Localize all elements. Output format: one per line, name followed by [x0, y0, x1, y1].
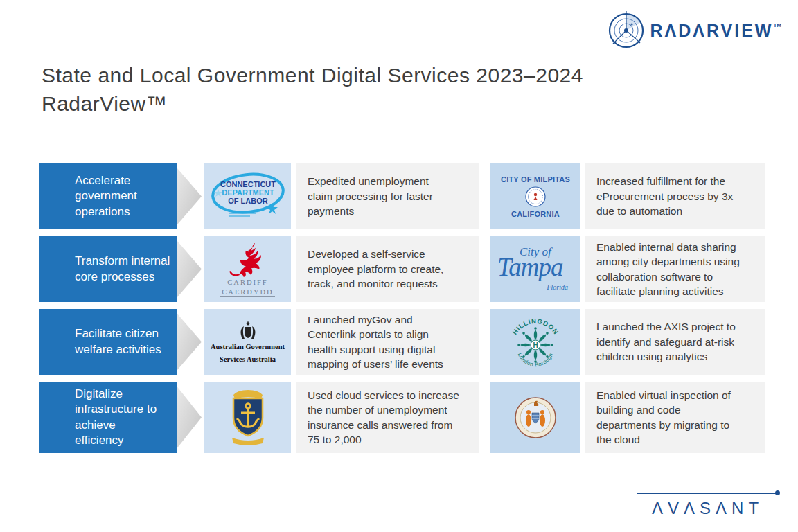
radarview-text: RΛDΛRVIEW — [650, 21, 773, 40]
category-box-accelerate: Accelerate government operations — [39, 163, 177, 229]
services-australia-logo: Australian Government Services Australia — [207, 321, 289, 363]
radarview-tm: TM — [773, 22, 781, 28]
of-labor-text: OF LABOR — [228, 197, 267, 205]
logo-tile-new-jersey — [490, 382, 580, 453]
arrow-icon — [177, 236, 204, 302]
radarview-wordmark: RΛDΛRVIEWTM — [650, 21, 781, 41]
connecticut-text: CONNECTICUT — [220, 180, 275, 188]
text-tile-milpitas: Increased fulfillment for the eProcureme… — [585, 163, 765, 229]
logo-tile-cardiff: CARDIFF CAERDYDD — [204, 236, 291, 302]
city-of-milpitas-logo: CITY OF MILPITAS CALIFORNIA — [501, 175, 570, 218]
category-box-facilitate: Facilitate citizen welfare activities — [39, 309, 177, 375]
services-australia-text: Services Australia — [220, 355, 276, 363]
text-tile-cardiff: Developed a self-service employee platfo… — [296, 236, 479, 302]
text-tile-rhode-island: Used cloud services to increase the numb… — [296, 382, 479, 453]
category-box-transform: Transform internal core processes — [39, 236, 177, 302]
row-accelerate-government-operations: Accelerate government operations CONNECT… — [39, 163, 765, 229]
logo-tile-hillingdon: HILLINGDON London Borough — [490, 309, 580, 375]
text-tile-new-jersey: Enabled virtual inspection of building a… — [585, 382, 765, 453]
category-box-digitalize: Digitalize infrastructure to achieve eff… — [39, 382, 177, 453]
hillingdon-h-text: H — [533, 341, 538, 348]
content-grid: Accelerate government operations CONNECT… — [39, 163, 765, 460]
logo-tile-services-australia: Australian Government Services Australia — [204, 309, 291, 375]
caerdydd-text: CAERDYDD — [220, 288, 274, 297]
logo-tile-rhode-island — [204, 382, 291, 453]
new-jersey-seal-icon — [513, 396, 558, 440]
cardiff-council-logo: CARDIFF CAERDYDD — [220, 242, 274, 297]
australian-coat-of-arms-icon — [233, 321, 263, 342]
page-title: State and Local Government Digital Servi… — [42, 61, 583, 118]
city-of-tampa-logo: City of Tampa Florida — [493, 241, 578, 298]
connecticut-dol-logo: CONNECTICUT DEPARTMENT OF LABOR — [209, 167, 287, 227]
logo-divider — [215, 353, 281, 353]
avasant-dot-icon — [775, 490, 780, 495]
city-of-milpitas-text: CITY OF MILPITAS — [501, 175, 570, 184]
cardiff-text: CARDIFF — [226, 278, 269, 287]
florida-text: Florida — [547, 283, 568, 291]
title-line1: State and Local Government Digital Servi… — [42, 64, 583, 87]
arrow-icon — [177, 382, 204, 453]
text-tile-tampa: Enabled internal data sharing among city… — [585, 236, 765, 302]
text-tile-connecticut: Expedited unemployment claim processing … — [296, 163, 479, 229]
logo-tile-connecticut-dol: CONNECTICUT DEPARTMENT OF LABOR — [204, 163, 291, 229]
radarview-logo: RΛDΛRVIEWTM — [607, 11, 781, 50]
hillingdon-logo: HILLINGDON London Borough — [506, 313, 565, 371]
slide: RΛDΛRVIEWTM State and Local Government D… — [0, 0, 798, 532]
arrow-icon — [177, 163, 204, 229]
tampa-text: Tampa — [497, 252, 562, 282]
avasant-rule — [637, 493, 779, 494]
arrow-icon — [177, 309, 204, 375]
cardiff-dragon-icon — [221, 242, 275, 278]
california-text: CALIFORNIA — [511, 210, 560, 218]
row-transform-internal-core-processes: Transform internal core processes CARDIF… — [39, 236, 765, 302]
australian-government-text: Australian Government — [211, 343, 285, 351]
text-tile-hillingdon: Launched the AXIS project to identify an… — [585, 309, 765, 375]
radar-icon — [607, 11, 646, 50]
row-digitalize-infrastructure: Digitalize infrastructure to achieve eff… — [39, 382, 765, 453]
avasant-logo: ΛVΛSΛNT — [637, 493, 779, 518]
rhode-island-seal-icon — [225, 387, 271, 448]
row-facilitate-citizen-welfare: Facilitate citizen welfare activities Au… — [39, 309, 765, 375]
logo-tile-city-of-milpitas: CITY OF MILPITAS CALIFORNIA — [490, 163, 580, 229]
logo-tile-city-of-tampa: City of Tampa Florida — [490, 236, 580, 302]
milpitas-seal-icon — [524, 186, 547, 208]
avasant-wordmark: ΛVΛSΛNT — [637, 499, 779, 518]
text-tile-services-australia: Launched myGov and Centerlink portals to… — [296, 309, 479, 375]
title-line2: RadarView™ — [42, 92, 167, 115]
department-text: DEPARTMENT — [222, 188, 274, 197]
